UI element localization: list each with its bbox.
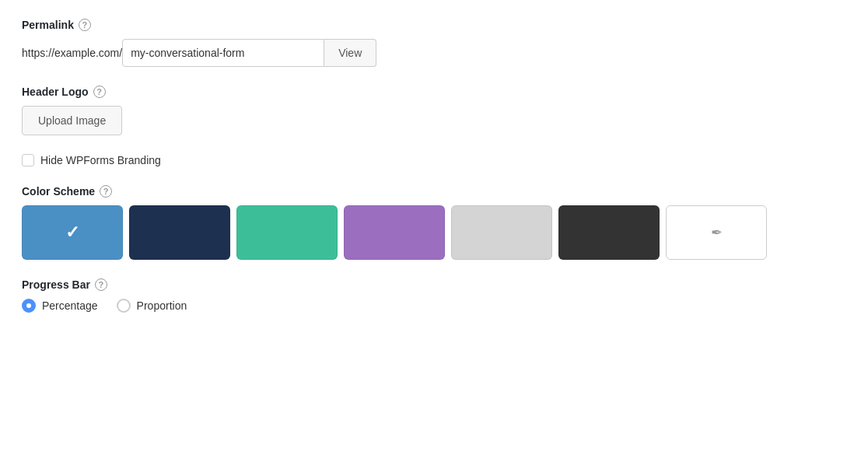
upload-image-button[interactable]: Upload Image <box>22 106 122 135</box>
permalink-title: Permalink <box>22 19 74 31</box>
radio-circle-proportion[interactable] <box>117 299 131 313</box>
hide-branding-checkbox[interactable] <box>22 154 34 166</box>
color-scheme-label: Color Scheme ? <box>22 185 846 198</box>
header-logo-section: Header Logo ? Upload Image <box>22 86 846 135</box>
header-logo-label: Header Logo ? <box>22 86 846 98</box>
hide-branding-label: Hide WPForms Branding <box>40 154 161 166</box>
permalink-row: https://example.com/ View <box>22 39 846 67</box>
progress-bar-help-icon[interactable]: ? <box>95 278 107 291</box>
color-scheme-title: Color Scheme <box>22 185 95 198</box>
progress-bar-title: Progress Bar <box>22 278 90 291</box>
permalink-section: Permalink ? https://example.com/ View <box>22 19 846 67</box>
permalink-help-icon[interactable]: ? <box>79 19 91 31</box>
header-logo-title: Header Logo <box>22 86 89 98</box>
radio-option-proportion[interactable]: Proportion <box>117 299 187 313</box>
radio-label-percentage: Percentage <box>42 299 98 312</box>
color-swatch-teal[interactable] <box>236 205 338 260</box>
permalink-base-url: https://example.com/ <box>22 47 122 59</box>
radio-label-proportion: Proportion <box>137 299 187 312</box>
dropper-icon: ✒ <box>711 224 723 241</box>
progress-bar-options: Percentage Proportion <box>22 299 846 313</box>
branding-row: Hide WPForms Branding <box>22 154 846 166</box>
header-logo-help-icon[interactable]: ? <box>93 86 106 98</box>
color-swatch-custom[interactable]: ✒ <box>666 205 767 260</box>
radio-circle-percentage[interactable] <box>22 299 36 313</box>
radio-option-percentage[interactable]: Percentage <box>22 299 98 313</box>
progress-bar-section: Progress Bar ? Percentage Proportion <box>22 278 846 313</box>
check-icon: ✓ <box>65 222 79 243</box>
color-swatch-blue[interactable]: ✓ <box>22 205 123 260</box>
color-scheme-section: Color Scheme ? ✓ ✒ <box>22 185 846 260</box>
color-swatch-dark-gray[interactable] <box>558 205 660 260</box>
color-swatch-light-gray[interactable] <box>451 205 552 260</box>
progress-bar-label: Progress Bar ? <box>22 278 846 291</box>
color-swatch-dark-navy[interactable] <box>129 205 230 260</box>
permalink-label: Permalink ? <box>22 19 846 31</box>
color-swatches-container: ✓ ✒ <box>22 205 846 260</box>
permalink-view-button[interactable]: View <box>324 39 376 67</box>
color-scheme-help-icon[interactable]: ? <box>100 185 112 198</box>
color-swatch-purple[interactable] <box>344 205 445 260</box>
permalink-slug-input[interactable] <box>122 39 324 67</box>
